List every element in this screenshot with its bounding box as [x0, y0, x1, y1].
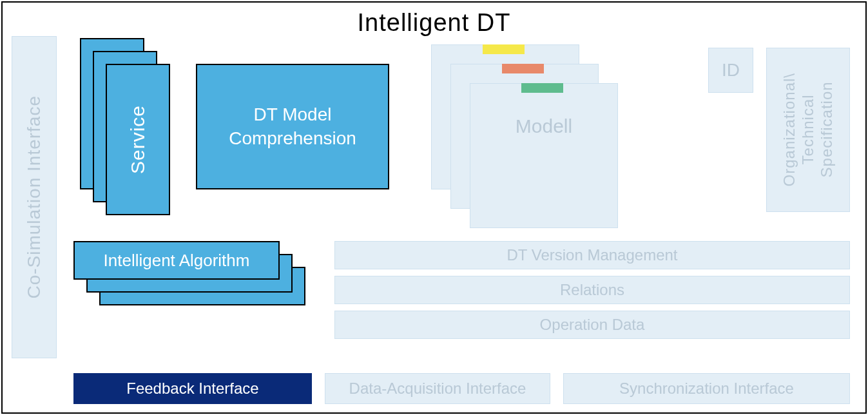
- dt-model-comprehension-label: DT Model Comprehension: [229, 103, 356, 150]
- operation-data-label: Operation Data: [540, 316, 645, 334]
- modell-tab-green: [521, 83, 563, 93]
- org-tech-spec-label: Organizational\ Technical Specification: [780, 73, 836, 186]
- feedback-interface-label: Feedback Interface: [126, 380, 258, 398]
- relations-label: Relations: [560, 281, 624, 299]
- dt-version-management-bar: DT Version Management: [334, 241, 850, 269]
- co-simulation-interface-box: Co-Simulation Interface: [12, 36, 57, 358]
- modell-tab-orange: [502, 64, 544, 73]
- modell-card-front: [470, 83, 618, 228]
- intelligent-algorithm-label: Intelligent Algorithm: [104, 251, 250, 271]
- dt-model-comprehension-box: DT Model Comprehension: [196, 64, 389, 189]
- synchronization-interface-label: Synchronization Interface: [619, 380, 794, 398]
- synchronization-interface-box: Synchronization Interface: [563, 373, 850, 404]
- service-label: Service: [127, 105, 149, 174]
- co-simulation-label: Co-Simulation Interface: [24, 95, 44, 299]
- operation-data-bar: Operation Data: [334, 311, 850, 339]
- diagram-title: Intelligent DT: [3, 9, 865, 37]
- id-box: ID: [708, 48, 753, 93]
- data-acquisition-interface-box: Data-Acquisition Interface: [325, 373, 550, 404]
- service-card-front: Service: [106, 64, 170, 215]
- id-label: ID: [722, 60, 740, 81]
- modell-tab-yellow: [483, 44, 525, 54]
- diagram-frame: Intelligent DT Co-Simulation Interface S…: [1, 1, 867, 414]
- modell-label: Modell: [470, 115, 618, 137]
- intelligent-algorithm-card-front: Intelligent Algorithm: [73, 241, 280, 280]
- relations-bar: Relations: [334, 276, 850, 304]
- dt-version-management-label: DT Version Management: [506, 246, 677, 264]
- data-acquisition-interface-label: Data-Acquisition Interface: [349, 380, 526, 398]
- org-tech-spec-box: Organizational\ Technical Specification: [766, 48, 850, 212]
- feedback-interface-box: Feedback Interface: [73, 373, 312, 404]
